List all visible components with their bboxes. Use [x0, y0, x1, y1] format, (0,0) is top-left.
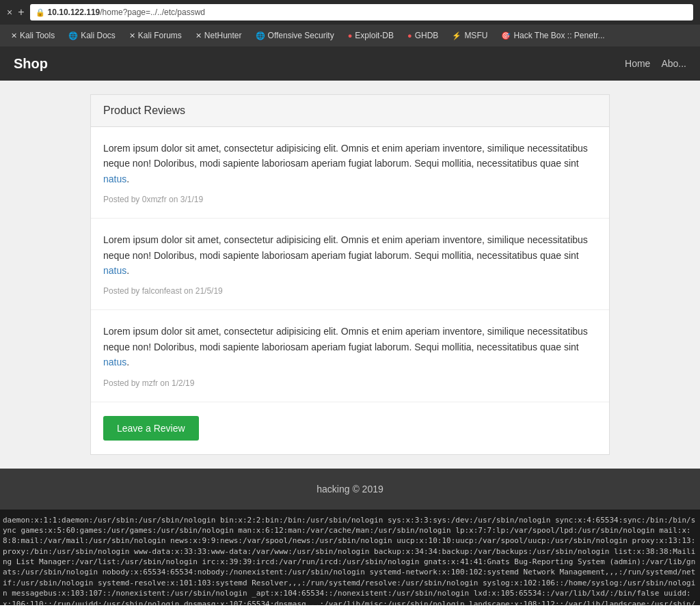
address-bar[interactable]: 🔒 10.10.122.119/home?page=../../etc/pass…: [30, 4, 693, 20]
review-meta: Posted by falconfeast on 21/5/19: [103, 286, 597, 296]
bookmark-kali-forums[interactable]: ✕ Kali Forums: [124, 29, 187, 42]
leave-review-section: Leave a Review: [91, 402, 609, 454]
bookmark-offensive-security[interactable]: 🌐 Offensive Security: [250, 29, 340, 42]
bookmark-kali-docs[interactable]: 🌐 Kali Docs: [63, 29, 121, 42]
review-text-after: .: [126, 173, 129, 184]
review-author-date: Posted by falconfeast on 21/5/19: [103, 286, 223, 296]
review-meta: Posted by 0xmzfr on 3/1/19: [103, 195, 597, 204]
review-text: Lorem ipsum dolor sit amet, consectetur …: [103, 232, 597, 278]
review-text: Lorem ipsum dolor sit amet, consectetur …: [103, 324, 597, 370]
tab-add-icon[interactable]: +: [18, 6, 24, 18]
bookmark-label: Kali Tools: [20, 31, 55, 40]
reviews-title: Product Reviews: [103, 105, 597, 117]
review-author-date: Posted by mzfr on 1/2/19: [103, 378, 194, 388]
bookmark-exploit-db[interactable]: ● Exploit-DB: [342, 29, 399, 42]
kali-docs-icon: 🌐: [68, 31, 78, 40]
bookmark-hackthebox[interactable]: 🎯 Hack The Box :: Penetr...: [496, 29, 610, 42]
tab-close-icon[interactable]: ×: [7, 7, 12, 18]
review-item: Lorem ipsum dolor sit amet, consectetur …: [91, 127, 609, 219]
exploit-db-icon: ●: [348, 31, 353, 40]
bookmark-label: Kali Docs: [81, 31, 116, 40]
offensive-security-icon: 🌐: [256, 31, 265, 40]
reviews-body: Lorem ipsum dolor sit amet, consectetur …: [91, 127, 609, 454]
hackthebox-icon: 🎯: [501, 31, 511, 40]
address-base: 10.10.122.119: [48, 8, 100, 17]
footer-text: hacking © 2019: [317, 484, 383, 495]
kali-tools-icon: ✕: [11, 31, 17, 40]
review-item: Lorem ipsum dolor sit amet, consectetur …: [91, 310, 609, 402]
review-author-date: Posted by 0xmzfr on 3/1/19: [103, 195, 203, 204]
msfu-icon: ⚡: [452, 31, 461, 40]
bookmark-label: Exploit-DB: [355, 31, 394, 40]
kali-forums-icon: ✕: [129, 31, 135, 40]
nav-about[interactable]: Abo...: [661, 58, 686, 69]
review-text-after: .: [126, 357, 129, 367]
main-content: Product Reviews Lorem ipsum dolor sit am…: [0, 81, 700, 469]
review-text: Lorem ipsum dolor sit amet, consectetur …: [103, 141, 597, 186]
browser-chrome: × + 🔒 10.10.122.119/home?page=../../etc/…: [0, 0, 700, 25]
site-navbar: Shop Home Abo...: [0, 46, 700, 81]
leave-review-button[interactable]: Leave a Review: [103, 416, 199, 441]
reviews-header: Product Reviews: [91, 95, 609, 127]
bookmark-kali-tools[interactable]: ✕ Kali Tools: [5, 29, 60, 42]
address-text: 10.10.122.119/home?page=../../etc/passwd: [48, 8, 206, 17]
review-text-before: Lorem ipsum dolor sit amet, consectetur …: [103, 326, 588, 352]
nav-links: Home Abo...: [625, 58, 686, 69]
bookmark-label: GHDB: [415, 31, 439, 40]
lock-icon: 🔒: [36, 8, 45, 17]
review-text-before: Lorem ipsum dolor sit amet, consectetur …: [103, 234, 588, 260]
bookmark-nethunter[interactable]: ✕ NetHunter: [190, 29, 247, 42]
review-natus-link[interactable]: natus: [103, 265, 126, 276]
address-path: /home?page=../../etc/passwd: [100, 8, 205, 17]
review-text-before: Lorem ipsum dolor sit amet, consectetur …: [103, 143, 588, 169]
bookmark-label: MSFU: [464, 31, 487, 40]
review-natus-link[interactable]: natus: [103, 173, 126, 184]
content-box: Product Reviews Lorem ipsum dolor sit am…: [90, 94, 610, 455]
review-text-after: .: [126, 265, 129, 276]
bookmark-msfu[interactable]: ⚡ MSFU: [446, 29, 493, 42]
bookmark-label: Hack The Box :: Penetr...: [513, 31, 604, 40]
bookmark-ghdb[interactable]: ● GHDB: [402, 29, 444, 42]
site-footer: hacking © 2019: [0, 469, 700, 510]
bookmark-label: Offensive Security: [268, 31, 334, 40]
bookmarks-bar: ✕ Kali Tools 🌐 Kali Docs ✕ Kali Forums ✕…: [0, 25, 700, 46]
review-meta: Posted by mzfr on 1/2/19: [103, 378, 597, 388]
review-natus-link[interactable]: natus: [103, 357, 126, 367]
nav-home[interactable]: Home: [625, 58, 650, 69]
bookmark-label: Kali Forums: [138, 31, 182, 40]
bookmark-label: NetHunter: [204, 31, 242, 40]
site-title: Shop: [14, 56, 48, 72]
passwd-dump: daemon:x:1:1:daemon:/usr/sbin:/usr/sbin/…: [0, 510, 700, 605]
nethunter-icon: ✕: [196, 31, 202, 40]
review-item: Lorem ipsum dolor sit amet, consectetur …: [91, 219, 609, 310]
ghdb-icon: ●: [407, 31, 412, 40]
